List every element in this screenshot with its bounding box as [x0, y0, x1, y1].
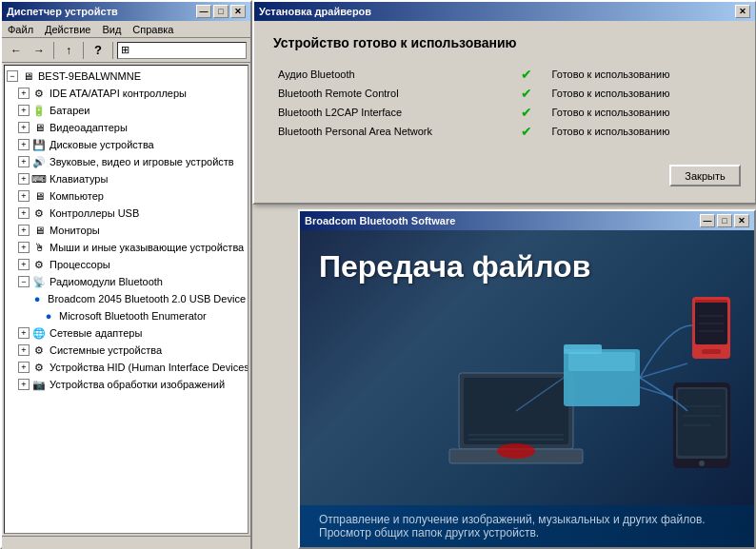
tree-item[interactable]: + 🔋 Батареи [7, 102, 246, 119]
device-manager-title: Диспетчер устройств [7, 6, 118, 17]
tree-item[interactable]: + 🖱 Мыши и иные указывающие устройства [7, 239, 246, 256]
menu-help[interactable]: Справка [127, 23, 179, 36]
back-button[interactable]: ← [6, 41, 27, 60]
tree-item[interactable]: + 🖥 Мониторы [7, 222, 246, 239]
device-icon-2: 🖥 [31, 120, 47, 135]
driver-name-2: Bluetooth L2CAP Interface [273, 103, 516, 122]
dialog-content: Устройство готово к использованию Аудио … [254, 21, 755, 160]
check-icon-2: ✔ [521, 105, 532, 120]
expand-16[interactable]: + [18, 362, 30, 373]
device-icon-4: 🔊 [31, 154, 47, 169]
device-icon-6: 🖥 [31, 188, 47, 204]
bluetooth-icon-1: ● [41, 308, 56, 324]
tree-item[interactable]: + ⚙ Системные устройства [7, 342, 246, 359]
menu-file[interactable]: Файл [2, 23, 39, 36]
expand-8[interactable]: + [18, 225, 30, 236]
broadcom-window: Broadcom Bluetooth Software — □ ✕ Переда… [298, 209, 756, 549]
item-label-4: Звуковые, видео и игровые устройств [50, 156, 234, 167]
expand-3[interactable]: + [18, 139, 30, 150]
expand-4[interactable]: + [18, 156, 30, 167]
check-icon-1: ✔ [521, 86, 532, 101]
broadcom-title: Broadcom Bluetooth Software [305, 215, 455, 226]
tree-item[interactable]: + ⚙ Устройства HID (Human Interface Devi… [7, 359, 246, 376]
driver-dialog-titlebar: Установка драйверов ✕ [254, 2, 755, 21]
titlebar-buttons: — □ ✕ [196, 5, 246, 18]
broadcom-maximize-button[interactable]: □ [717, 214, 732, 227]
dialog-heading: Устройство готово к использованию [273, 35, 736, 50]
broadcom-titlebar-buttons: — □ ✕ [700, 214, 749, 227]
broadcom-content: Передача файлов [300, 230, 754, 547]
toolbar-separator-2 [83, 42, 84, 59]
tree-item[interactable]: + 🖥 Видеоадаптеры [7, 119, 246, 136]
close-button[interactable]: ✕ [230, 5, 246, 18]
expand-2[interactable]: + [18, 122, 30, 133]
maximize-button[interactable]: □ [213, 5, 229, 18]
svg-rect-15 [702, 349, 721, 354]
expand-17[interactable]: + [18, 379, 30, 390]
address-bar: ⊞ [117, 42, 247, 59]
item-label-1: Батареи [50, 105, 90, 116]
device-icon-3: 💾 [31, 137, 47, 152]
help-button[interactable]: ? [88, 41, 109, 60]
item-label-16: Устройства HID (Human Interface Devices) [50, 362, 249, 373]
device-tree[interactable]: − 🖥 BEST-9EBALWNMNE + ⚙ IDE ATA/ATAPI ко… [4, 65, 249, 534]
expand-1[interactable]: + [18, 105, 30, 116]
check-icon-0: ✔ [521, 67, 532, 82]
toolbar: ← → ↑ ? ⊞ [2, 38, 250, 63]
bluetooth-icon-0: ● [30, 291, 45, 306]
tree-item[interactable]: + 💾 Дисковые устройства [7, 136, 246, 153]
item-label-3: Дисковые устройства [50, 139, 154, 150]
driver-dialog: Установка драйверов ✕ Устройство готово … [252, 0, 756, 205]
toolbar-separator-3 [112, 42, 113, 59]
expand-7[interactable]: + [18, 207, 30, 219]
expand-5[interactable]: + [18, 173, 30, 185]
expand-6[interactable]: + [18, 190, 30, 202]
driver-close-button[interactable]: ✕ [735, 5, 750, 18]
tree-item[interactable]: + ⌨ Клавиатуры [7, 170, 246, 187]
tree-item[interactable]: + ⚙ IDE ATA/ATAPI контроллеры [7, 85, 246, 102]
item-label-15: Системные устройства [50, 344, 162, 356]
forward-button[interactable]: → [29, 41, 50, 60]
tree-root[interactable]: − 🖥 BEST-9EBALWNMNE [7, 68, 246, 85]
menu-action[interactable]: Действие [39, 23, 96, 36]
item-label-17: Устройства обработки изображений [50, 379, 225, 390]
expand-15[interactable]: + [18, 344, 30, 356]
tree-item[interactable]: + ⚙ Контроллеры USB [7, 205, 246, 222]
expand-9[interactable]: + [18, 242, 30, 253]
expand-0[interactable]: + [18, 88, 30, 99]
driver-dialog-title: Установка драйверов [259, 6, 371, 17]
device-icon-5: ⌨ [31, 171, 47, 186]
expand-14[interactable]: + [18, 327, 30, 339]
minimize-button[interactable]: — [196, 5, 211, 18]
driver-name-1: Bluetooth Remote Control [273, 84, 516, 103]
tree-item[interactable]: + 🔊 Звуковые, видео и игровые устройств [7, 153, 246, 170]
up-button[interactable]: ↑ [58, 41, 79, 60]
tree-item[interactable]: + 🌐 Сетевые адаптеры [7, 324, 246, 342]
root-expand[interactable]: − [7, 70, 18, 82]
broadcom-header: Передача файлов [300, 230, 754, 289]
item-label-14: Сетевые адаптеры [50, 327, 142, 339]
expand-11[interactable]: − [18, 276, 30, 287]
tree-item[interactable]: − 📡 Радиомодули Bluetooth [7, 273, 246, 290]
tree-item[interactable]: ● Microsoft Bluetooth Enumerator [7, 307, 246, 324]
device-icon-7: ⚙ [31, 206, 47, 221]
item-label-0: IDE ATA/ATAPI контроллеры [50, 88, 187, 99]
menu-view[interactable]: Вид [96, 23, 127, 36]
broadcom-minimize-button[interactable]: — [700, 214, 715, 227]
check-icon-3: ✔ [521, 124, 532, 139]
dialog-close-button[interactable]: Закрыть [669, 165, 741, 186]
expand-10[interactable]: + [18, 259, 30, 270]
device-icon-8: 🖥 [31, 223, 47, 238]
item-label-11: Радиомодули Bluetooth [50, 276, 163, 287]
device-icon-9: 🖱 [31, 240, 47, 255]
broadcom-illustration [430, 287, 754, 497]
broadcom-close-button[interactable]: ✕ [734, 214, 749, 227]
tree-item[interactable]: + ⚙ Процессоры [7, 256, 246, 273]
root-label: BEST-9EBALWNMNE [38, 70, 141, 82]
driver-status-2: Готово к использованию [547, 103, 736, 122]
device-icon-16: ⚙ [31, 360, 47, 375]
tree-item[interactable]: + 🖥 Компьютер [7, 187, 246, 205]
item-label-2: Видеоадаптеры [50, 122, 128, 133]
tree-item[interactable]: ● Broadcom 2045 Bluetooth 2.0 USB Device [7, 290, 246, 307]
tree-item[interactable]: + 📷 Устройства обработки изображений [7, 376, 246, 393]
